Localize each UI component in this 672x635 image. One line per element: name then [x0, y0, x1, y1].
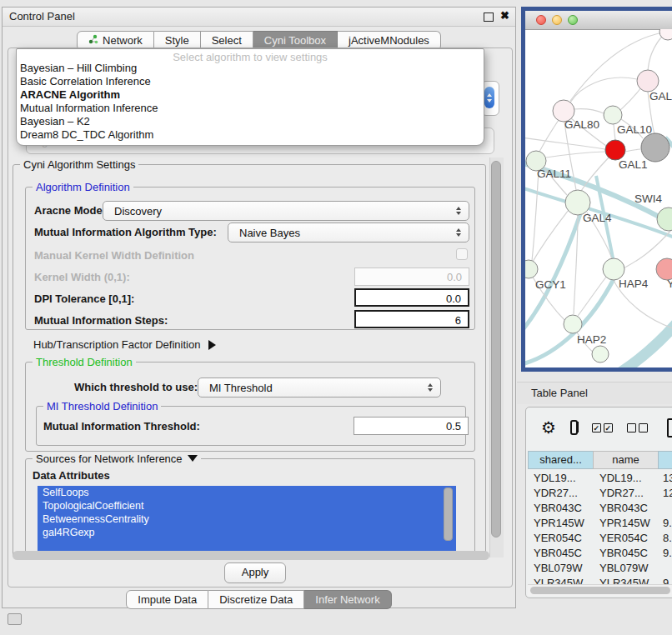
- combo-stepper-icon: [428, 383, 433, 392]
- mi-threshold-label: Mutual Information Threshold:: [43, 420, 200, 432]
- table-rows: YDL19...YDL19...13 YDR27...YDR27...12 YB…: [528, 471, 672, 584]
- combo-stepper-icon: [456, 228, 461, 237]
- float-window-icon[interactable]: [484, 12, 494, 22]
- column-header-name[interactable]: name: [593, 451, 658, 469]
- tab-discretize-data[interactable]: Discretize Data: [208, 590, 304, 609]
- aracne-mode-value: Discovery: [114, 205, 162, 218]
- tab-infer-network[interactable]: Infer Network: [304, 590, 391, 609]
- attribute-item[interactable]: gal4RGexp: [38, 526, 456, 539]
- bottom-tab-strip: Impute Data Discretize Data Infer Networ…: [3, 590, 515, 609]
- node-label: GAL10: [617, 123, 652, 136]
- table-hscrollbar-thumb[interactable]: [530, 587, 670, 594]
- apply-button[interactable]: Apply: [224, 562, 286, 583]
- mi-threshold-group-title: MI Threshold Definition: [43, 400, 161, 412]
- algorithm-option[interactable]: Bayesian – Hill Climbing: [17, 62, 484, 75]
- table-panel-title: Table Panel: [531, 387, 588, 399]
- algorithm-option[interactable]: Dream8 DC_TDC Algorithm: [17, 128, 484, 142]
- combo-stepper-button: [484, 87, 494, 108]
- node-label: GAL1: [619, 158, 648, 171]
- threshold-definition-group: Threshold Definition Which threshold to …: [25, 362, 475, 452]
- cyni-settings-group-title: Cyni Algorithm Settings: [20, 158, 138, 171]
- network-node-gray[interactable]: [641, 133, 669, 162]
- which-threshold-value: MI Threshold: [209, 382, 273, 394]
- collapsed-panel-icon[interactable]: [8, 613, 22, 625]
- sources-group: Sources for Network Inference Data Attri…: [25, 458, 475, 557]
- table-row[interactable]: YDR27...YDR27...12: [528, 486, 672, 501]
- manual-kernel-label: Manual Kernel Width Definition: [34, 249, 194, 262]
- zoom-traffic-light[interactable]: [568, 15, 578, 25]
- attribute-item[interactable]: BetweennessCentrality: [38, 512, 456, 526]
- hub-definition-expander[interactable]: Hub/Transcription Factor Definition: [33, 337, 216, 352]
- network-node-hap2[interactable]: [564, 315, 582, 333]
- hub-definition-label: Hub/Transcription Factor Definition: [33, 338, 200, 351]
- attribute-item[interactable]: TopologicalCoefficient: [38, 499, 456, 512]
- mi-threshold-field[interactable]: 0.5: [354, 417, 469, 435]
- network-tab-icon: [88, 34, 98, 47]
- table-panel-titlebar: Table Panel: [517, 382, 672, 404]
- mi-steps-label: Mutual Information Steps:: [34, 314, 168, 327]
- attribute-item[interactable]: SelfLoops: [38, 486, 456, 499]
- table-row[interactable]: YBR043CYBR043C: [528, 501, 672, 516]
- settings-scrollbar-thumb[interactable]: [491, 161, 501, 538]
- tab-impute-data[interactable]: Impute Data: [126, 590, 208, 609]
- aracne-mode-label: Aracne Mode:: [34, 204, 106, 217]
- table-row[interactable]: YPR145WYPR145W9.: [528, 516, 672, 531]
- table-row[interactable]: YBR045CYBR045C9.: [528, 546, 672, 561]
- mi-threshold-group: MI Threshold Definition Mutual Informati…: [36, 406, 466, 446]
- dpi-tolerance-field[interactable]: 0.0: [354, 288, 469, 307]
- table-row[interactable]: YDL19...YDL19...13: [528, 471, 672, 486]
- mi-type-combo[interactable]: Naive Bayes: [228, 222, 469, 242]
- network-window-titlebar: [525, 11, 672, 30]
- gear-icon[interactable]: ⚙: [541, 419, 556, 436]
- select-all-checkboxes-icon[interactable]: ✓✓: [592, 423, 613, 432]
- node-label: HAP4: [619, 278, 649, 290]
- deselect-all-checkboxes-icon[interactable]: [627, 423, 648, 432]
- network-view-window: GAL GAL80 GAL10 GAL1 GAL11 GAL4 SWI4 GCY…: [521, 7, 672, 372]
- settings-hscrollbar-thumb[interactable]: [13, 551, 489, 560]
- network-node-gal10[interactable]: [604, 106, 622, 124]
- document-icon[interactable]: [667, 418, 672, 438]
- cyni-algorithm-settings-group: Cyni Algorithm Settings Algorithm Defini…: [13, 164, 486, 558]
- network-node-gcy1[interactable]: [525, 260, 538, 278]
- network-node-swi4[interactable]: [657, 208, 672, 231]
- mi-steps-field[interactable]: 6: [354, 310, 469, 328]
- node-label: GAL80: [564, 118, 599, 131]
- expander-expanded-icon: [188, 455, 198, 462]
- node-label: GCY1: [535, 278, 566, 291]
- network-node[interactable]: [659, 29, 672, 40]
- node-label: GAL11: [537, 168, 571, 180]
- algorithm-option-selected[interactable]: ARACNE Algorithm: [17, 88, 484, 102]
- network-node-gal[interactable]: [637, 70, 659, 92]
- settings-scroll-area: Cyni Algorithm Settings Algorithm Defini…: [9, 158, 503, 558]
- network-node-gal1-selected[interactable]: [605, 140, 625, 160]
- which-threshold-label: Which threshold to use:: [74, 381, 198, 393]
- node-label: GAL: [649, 90, 672, 102]
- manual-kernel-checkbox[interactable]: [456, 248, 468, 260]
- minimize-traffic-light[interactable]: [552, 15, 562, 25]
- table-panel: ⚙ ✓✓ shared... name YDL19...YDL19...13 Y…: [525, 407, 672, 598]
- window-title: Control Panel: [9, 10, 75, 22]
- network-node[interactable]: [592, 346, 609, 362]
- algorithm-option[interactable]: Basic Correlation Inference: [17, 75, 484, 88]
- aracne-mode-combo[interactable]: Discovery: [103, 201, 469, 221]
- table-hscrollbar-track[interactable]: [528, 584, 672, 596]
- algorithm-option[interactable]: Bayesian – K2: [17, 115, 484, 128]
- column-header-partial[interactable]: [658, 451, 672, 469]
- control-panel-window: Control Panel ✖ Network Style Select Cyn…: [2, 7, 516, 608]
- algorithm-option[interactable]: Mutual Information Inference: [17, 102, 484, 115]
- column-header-shared-name[interactable]: shared...: [528, 451, 593, 469]
- close-icon[interactable]: ✖: [500, 9, 509, 22]
- close-traffic-light[interactable]: [536, 15, 546, 25]
- kernel-width-field[interactable]: 0.0: [354, 268, 469, 286]
- table-row[interactable]: YER054CYER054C8.: [528, 531, 672, 546]
- table-row[interactable]: YLR345WYLR345W9.: [528, 576, 672, 584]
- algorithm-definition-title: Algorithm Definition: [33, 181, 133, 193]
- table-row[interactable]: YBL079WYBL079W: [528, 561, 672, 576]
- columns-icon[interactable]: [570, 420, 578, 435]
- control-panel-titlebar: Control Panel ✖: [3, 8, 515, 27]
- node-label: GAL4: [583, 212, 612, 224]
- data-attributes-list[interactable]: SelfLoops TopologicalCoefficient Between…: [38, 486, 456, 552]
- list-scrollbar[interactable]: [444, 488, 453, 541]
- which-threshold-combo[interactable]: MI Threshold: [198, 378, 441, 398]
- network-canvas[interactable]: GAL GAL80 GAL10 GAL1 GAL11 GAL4 SWI4 GCY…: [525, 29, 672, 368]
